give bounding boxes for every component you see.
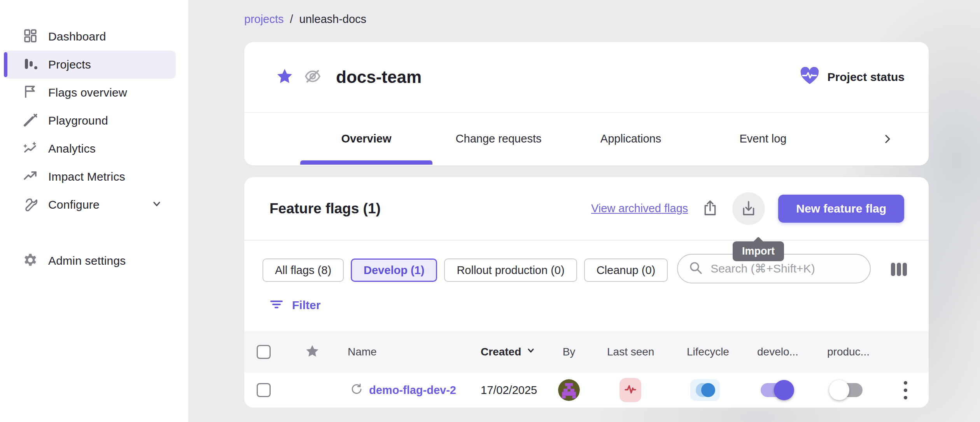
row-checkbox[interactable]: [257, 383, 271, 397]
gear-icon: [23, 252, 38, 269]
column-header-develop[interactable]: develo...: [740, 346, 812, 358]
avatar[interactable]: [558, 379, 580, 401]
feature-flags-card: Feature flags (1) View archived flags: [244, 177, 929, 403]
column-header-created[interactable]: Created: [470, 345, 548, 358]
project-title: docs-team: [336, 67, 422, 87]
sidebar-item-label: Impact Metrics: [48, 170, 125, 183]
last-seen-badge[interactable]: [620, 378, 641, 402]
develop-toggle[interactable]: [761, 383, 792, 397]
production-toggle[interactable]: [831, 383, 863, 397]
breadcrumb: projects / unleash-docs: [244, 13, 366, 26]
column-header-production[interactable]: produc...: [812, 346, 882, 358]
sidebar-item-label: Playground: [48, 114, 108, 127]
sort-chevron-down-icon: [526, 345, 536, 358]
screen: Dashboard Projects Flags overview: [0, 0, 980, 422]
dashboard-icon: [23, 28, 38, 45]
star-column-icon[interactable]: [305, 344, 319, 360]
tab-overview[interactable]: Overview: [300, 132, 432, 145]
sidebar-item-label: Dashboard: [48, 30, 106, 43]
active-tab-underline: [300, 160, 432, 165]
flags-table: Name Created By Last seen Lifecycle deve…: [244, 331, 929, 408]
filter-chip-cleanup[interactable]: Cleanup (0): [584, 258, 668, 282]
breadcrumb-separator: /: [290, 13, 293, 26]
tab-change-requests[interactable]: Change requests: [432, 132, 565, 145]
new-feature-flag-button[interactable]: New feature flag: [778, 195, 904, 223]
select-all-checkbox[interactable]: [257, 345, 271, 359]
lifecycle-badge[interactable]: [690, 379, 720, 401]
sidebar-item-impact-metrics[interactable]: Impact Metrics: [4, 163, 176, 191]
table-header-row: Name Created By Last seen Lifecycle deve…: [244, 331, 929, 373]
project-status-label: Project status: [828, 70, 905, 84]
breadcrumb-projects-link[interactable]: projects: [244, 13, 284, 26]
sidebar-item-configure[interactable]: Configure: [4, 191, 176, 219]
sidebar-item-admin-settings[interactable]: Admin settings: [4, 247, 176, 275]
flags-toolbar: All flags (8) Develop (1) Rollout produc…: [244, 241, 929, 283]
tab-applications[interactable]: Applications: [565, 132, 697, 145]
project-header: docs-team Project status: [244, 42, 929, 113]
sidebar-item-analytics[interactable]: Analytics: [4, 135, 176, 163]
wrench-icon: [23, 196, 38, 213]
column-header-lifecycle[interactable]: Lifecycle: [670, 346, 740, 358]
import-button[interactable]: [732, 192, 765, 225]
filter-chip-all-flags[interactable]: All flags (8): [262, 258, 344, 282]
filter-button[interactable]: Filter: [244, 283, 330, 312]
project-card: docs-team Project status Overview Change…: [244, 42, 929, 165]
column-header-last-seen[interactable]: Last seen: [590, 346, 670, 358]
search-icon: [688, 260, 704, 277]
trending-up-icon: [23, 168, 38, 185]
flag-icon: [23, 84, 38, 101]
project-tabs: Overview Change requests Applications Ev…: [244, 113, 929, 165]
sidebar-item-playground[interactable]: Playground: [4, 107, 176, 135]
sidebar-item-label: Admin settings: [48, 254, 126, 267]
sidebar-item-label: Analytics: [48, 142, 96, 155]
analytics-icon: [23, 140, 38, 157]
sync-icon: [350, 383, 363, 397]
columns-icon[interactable]: [888, 258, 910, 282]
lifecycle-stage-dot-solid: [701, 383, 715, 397]
table-row: demo-flag-dev-2 17/02/2025: [244, 373, 929, 408]
eye-off-icon[interactable]: [303, 67, 322, 87]
breadcrumb-current: unleash-docs: [299, 13, 367, 26]
import-icon: [740, 199, 758, 218]
wand-icon: [23, 112, 38, 129]
bar-chart-icon: [23, 56, 38, 73]
favorite-star-icon[interactable]: [276, 68, 293, 86]
import-tooltip: Import: [733, 241, 784, 261]
search-input[interactable]: [710, 262, 861, 275]
feature-flags-header: Feature flags (1) View archived flags: [244, 177, 929, 241]
flag-created-date: 17/02/2025: [470, 384, 548, 397]
pulse-icon: [624, 383, 637, 397]
tab-event-log[interactable]: Event log: [697, 132, 829, 145]
column-header-created-label: Created: [481, 346, 521, 358]
sidebar-item-label: Flags overview: [48, 86, 127, 99]
chevron-down-icon: [151, 198, 163, 211]
chevron-right-icon[interactable]: [881, 133, 894, 145]
sidebar-item-dashboard[interactable]: Dashboard: [4, 23, 176, 51]
active-indicator: [4, 52, 7, 77]
sidebar: Dashboard Projects Flags overview: [0, 0, 188, 422]
filter-chip-develop[interactable]: Develop (1): [351, 258, 437, 282]
row-actions-menu[interactable]: [901, 379, 910, 402]
sidebar-item-flags-overview[interactable]: Flags overview: [4, 79, 176, 107]
heart-pulse-icon: [800, 67, 820, 87]
column-header-by[interactable]: By: [548, 346, 590, 358]
filter-chip-rollout-production[interactable]: Rollout production (0): [444, 258, 577, 282]
feature-flags-title: Feature flags (1): [270, 200, 381, 217]
filter-button-label: Filter: [292, 299, 320, 312]
sidebar-item-label: Configure: [48, 198, 100, 211]
sidebar-item-label: Projects: [48, 58, 91, 71]
view-archived-flags-link[interactable]: View archived flags: [591, 202, 688, 215]
export-icon: [701, 199, 719, 218]
flag-name-link[interactable]: demo-flag-dev-2: [369, 384, 456, 397]
export-button[interactable]: [701, 199, 719, 218]
column-header-name[interactable]: Name: [341, 346, 470, 358]
sidebar-item-projects[interactable]: Projects: [4, 51, 176, 79]
project-status-button[interactable]: Project status: [800, 67, 905, 87]
funnel-icon: [270, 298, 284, 312]
main-content: projects / unleash-docs: [188, 0, 980, 422]
